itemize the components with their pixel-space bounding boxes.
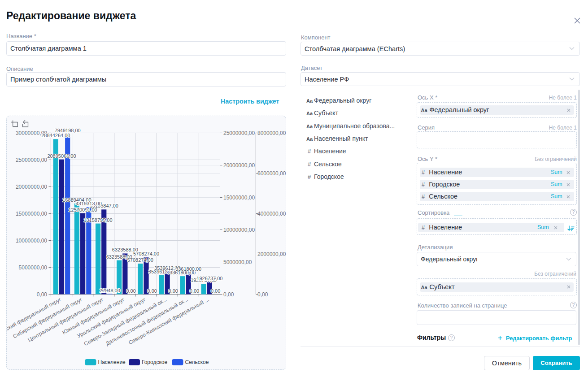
svg-text:1926737,00: 1926737,00 <box>196 276 222 281</box>
svg-text:25000000,00: 25000000,00 <box>16 157 47 163</box>
svg-text:8000000,00: 8000000,00 <box>257 130 286 136</box>
svg-text:20895066,00: 20895066,00 <box>47 153 76 159</box>
svg-text:0,00: 0,00 <box>190 288 199 294</box>
svg-text:6000000,00: 6000000,00 <box>257 170 286 177</box>
svg-text:3361800,00: 3361800,00 <box>175 266 201 272</box>
svg-text:0,00: 0,00 <box>211 288 220 294</box>
svg-text:5708274,00: 5708274,00 <box>127 257 153 263</box>
svg-text:0,00: 0,00 <box>37 291 48 298</box>
svg-text:0,00: 0,00 <box>147 288 157 294</box>
svg-text:22948,00: 22948,00 <box>100 288 120 293</box>
svg-text:4000000,00: 4000000,00 <box>257 211 286 217</box>
svg-text:13158795,00: 13158795,00 <box>83 217 112 223</box>
svg-text:Городское: Городское <box>142 359 168 365</box>
svg-text:0,00: 0,00 <box>169 288 178 294</box>
svg-text:20000000,00: 20000000,00 <box>16 184 47 190</box>
svg-text:0,00: 0,00 <box>223 291 234 298</box>
svg-text:15000000,00: 15000000,00 <box>16 211 47 217</box>
svg-text:10000000,00: 10000000,00 <box>16 238 47 244</box>
svg-text:0,00: 0,00 <box>257 291 268 298</box>
svg-text:25000000,00: 25000000,00 <box>223 130 255 136</box>
svg-text:20000000,00: 20000000,00 <box>223 162 255 169</box>
svg-text:7949198,00: 7949198,00 <box>55 128 81 133</box>
svg-text:5000000,00: 5000000,00 <box>19 264 48 271</box>
svg-text:28844264,00: 28844264,00 <box>41 133 70 138</box>
svg-text:2000000,00: 2000000,00 <box>257 251 286 257</box>
svg-text:0,00: 0,00 <box>126 288 135 294</box>
svg-text:5708274,00: 5708274,00 <box>133 251 159 256</box>
svg-text:4319313,00: 4319313,00 <box>76 201 102 206</box>
svg-text:Сельское: Сельское <box>185 359 209 365</box>
svg-text:10000000,00: 10000000,00 <box>223 227 255 233</box>
svg-text:15000000,00: 15000000,00 <box>223 195 255 201</box>
svg-text:5000000,00: 5000000,00 <box>223 259 252 265</box>
svg-text:Население: Население <box>98 359 126 365</box>
